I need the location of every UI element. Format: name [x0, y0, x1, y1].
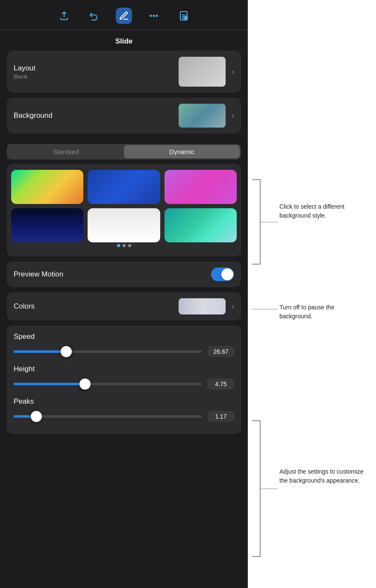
dot-1[interactable] [117, 244, 120, 247]
colors-label: Colors [14, 302, 35, 311]
tab-bar: Standard Dynamic [7, 144, 241, 160]
peaks-value[interactable]: 1.17 [208, 411, 234, 422]
svg-point-5 [185, 17, 187, 19]
speed-thumb[interactable] [61, 346, 72, 357]
background-card[interactable]: Background › [7, 98, 241, 134]
colors-card[interactable]: Colors › [7, 292, 241, 320]
bg-swatch-4[interactable] [11, 208, 83, 242]
preview-motion-toggle[interactable] [211, 268, 234, 281]
dot-2[interactable] [123, 244, 126, 247]
peaks-track[interactable] [14, 415, 202, 418]
layout-chevron: › [232, 67, 234, 76]
layout-label: Layout [14, 64, 35, 73]
more-icon[interactable] [146, 8, 162, 24]
bracket-sliders [252, 420, 261, 557]
height-fill [14, 383, 85, 385]
section-title: Slide [0, 30, 248, 51]
speed-track[interactable] [14, 350, 202, 353]
annotation-preview-motion: Turn off to pause the background. [279, 303, 365, 321]
peaks-thumb[interactable] [31, 411, 42, 422]
share-icon[interactable] [56, 8, 72, 24]
dot-3[interactable] [128, 244, 131, 247]
height-value[interactable]: 4.75 [208, 378, 234, 390]
background-chevron: › [232, 111, 234, 120]
height-slider-row: 4.75 [14, 378, 234, 390]
line-sliders [261, 489, 278, 489]
layout-info: Layout Blank [14, 64, 35, 80]
peaks-label: Peaks [14, 397, 234, 406]
bracket-background [252, 179, 261, 265]
height-track[interactable] [14, 383, 202, 385]
bg-swatch-5[interactable] [88, 208, 160, 242]
undo-icon[interactable] [86, 8, 102, 24]
bg-swatch-3[interactable] [164, 170, 237, 204]
svg-point-0 [150, 15, 152, 17]
preview-motion-card: Preview Motion [7, 262, 241, 287]
speed-label: Speed [14, 332, 234, 341]
preview-motion-label: Preview Motion [14, 270, 63, 279]
peaks-slider-row: 1.17 [14, 411, 234, 422]
colors-chevron: › [232, 302, 234, 311]
bg-swatch-6[interactable] [164, 208, 237, 242]
speed-slider-row: 26.67 [14, 346, 234, 357]
svg-point-2 [156, 15, 158, 17]
layout-card[interactable]: Layout Blank › [7, 51, 241, 93]
line-background [261, 222, 278, 222]
pencil-icon[interactable] [116, 8, 132, 24]
layout-preview [179, 57, 226, 87]
toggle-knob [221, 268, 233, 280]
document-icon[interactable] [176, 8, 192, 24]
tab-dynamic[interactable]: Dynamic [124, 145, 240, 158]
layout-sublabel: Blank [14, 73, 35, 80]
annotation-background-style: Click to select a different background s… [279, 202, 365, 220]
tab-standard[interactable]: Standard [8, 145, 124, 158]
bg-swatch-1[interactable] [11, 170, 83, 204]
speed-fill [14, 350, 66, 353]
page-dots [11, 244, 237, 247]
main-panel: Slide Layout Blank › Background › Standa… [0, 0, 248, 588]
svg-point-1 [153, 15, 155, 17]
line-preview-motion [252, 309, 278, 309]
colors-preview [179, 298, 226, 314]
sliders-card: Speed 26.67 Height 4.75 Peaks 1.17 [7, 326, 241, 434]
bg-swatch-2[interactable] [88, 170, 160, 204]
background-preview [179, 104, 226, 128]
height-thumb[interactable] [79, 378, 91, 390]
annotations-panel: Click to select a different background s… [248, 0, 376, 588]
toolbar [0, 0, 248, 30]
speed-value[interactable]: 26.67 [208, 346, 234, 357]
annotation-sliders: Adjust the settings to customize the bac… [279, 467, 365, 485]
height-label: Height [14, 365, 234, 373]
background-label: Background [14, 111, 53, 120]
